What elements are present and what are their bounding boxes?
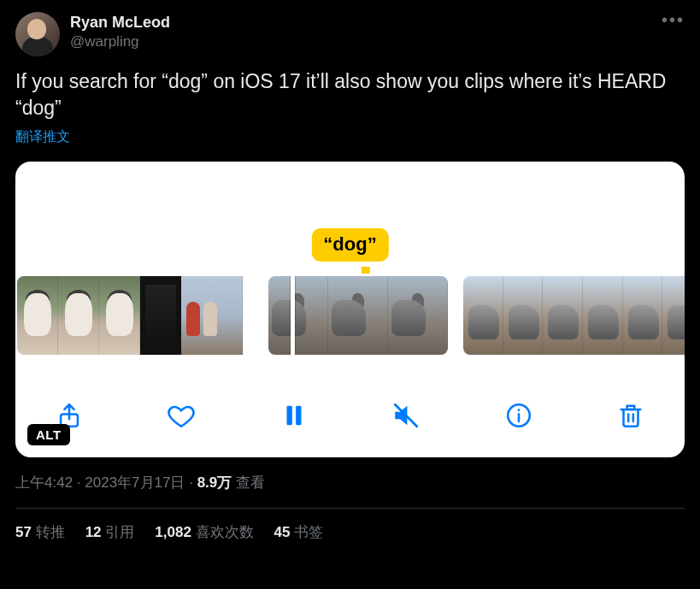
timeline-frame (17, 276, 58, 355)
pause-button[interactable] (276, 398, 312, 433)
views-count: 8.9万 (197, 474, 232, 491)
mute-icon (391, 401, 421, 430)
svg-rect-1 (286, 406, 291, 426)
tweet-stats: 57 转推 12 引用 1,082 喜欢次数 45 书签 (15, 522, 685, 542)
user-handle[interactable]: @warpling (70, 32, 170, 52)
timeline-frame (268, 276, 328, 355)
quotes-stat[interactable]: 12 引用 (85, 522, 135, 542)
timeline-frame (583, 276, 623, 355)
svg-point-6 (517, 409, 520, 411)
like-button[interactable] (163, 398, 199, 433)
tweet-meta: 上午4:42 · 2023年7月17日 · 8.9万 查看 (15, 473, 685, 492)
tweet-container: Ryan McLeod @warpling ••• If you search … (0, 0, 700, 554)
tweet-text: If you search for “dog” on iOS 17 it’ll … (15, 68, 685, 121)
playhead[interactable] (291, 276, 295, 355)
info-icon (504, 401, 533, 430)
timeline-frame (140, 276, 181, 355)
timeline-frame (328, 276, 388, 355)
retweets-stat[interactable]: 57 转推 (15, 522, 65, 542)
timeline-frame (181, 276, 243, 355)
timeline-frame (388, 276, 448, 355)
likes-stat[interactable]: 1,082 喜欢次数 (155, 522, 253, 542)
trash-icon (616, 401, 645, 430)
bookmarks-stat[interactable]: 45 书签 (274, 522, 324, 542)
avatar[interactable] (15, 12, 60, 56)
clip-group[interactable] (17, 276, 253, 355)
clip-group-active[interactable] (268, 276, 448, 355)
user-info: Ryan McLeod @warpling (70, 12, 170, 52)
video-timeline[interactable] (15, 276, 685, 355)
alt-badge[interactable]: ALT (27, 424, 70, 445)
timeline-frame (58, 276, 99, 355)
display-name[interactable]: Ryan McLeod (70, 12, 170, 32)
delete-button[interactable] (613, 398, 649, 433)
date[interactable]: 2023年7月17日 (85, 474, 185, 491)
mute-button[interactable] (388, 398, 424, 433)
tweet-header: Ryan McLeod @warpling ••• (15, 12, 685, 56)
timestamp[interactable]: 上午4:42 (15, 474, 73, 491)
translate-link[interactable]: 翻译推文 (15, 128, 685, 146)
timeline-frame (662, 276, 685, 355)
media-card[interactable]: “dog” (15, 162, 685, 457)
views-label: 查看 (232, 474, 265, 491)
clip-group[interactable] (463, 276, 685, 355)
timeline-frame (543, 276, 583, 355)
info-button[interactable] (501, 398, 537, 433)
svg-rect-2 (296, 406, 301, 426)
more-menu-button[interactable]: ••• (662, 10, 685, 30)
media-toolbar (15, 398, 685, 433)
heart-icon (167, 401, 196, 430)
divider (15, 508, 685, 509)
timeline-frame (503, 276, 544, 355)
timeline-frame (99, 276, 140, 355)
pause-icon (279, 401, 309, 430)
timeline-frame (623, 276, 663, 355)
search-term-bubble: “dog” (311, 228, 388, 262)
timeline-frame (463, 276, 503, 355)
